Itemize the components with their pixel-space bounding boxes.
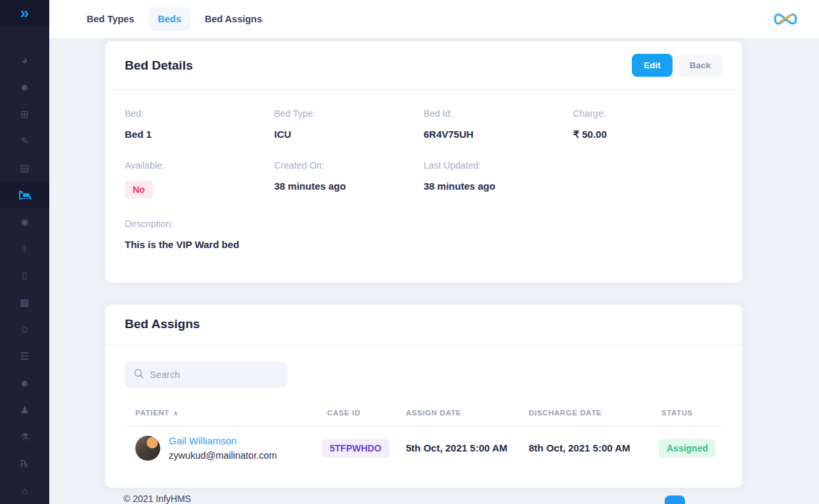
footer-copyright: © 2021 InfyHMS: [105, 488, 742, 504]
bed-assigns-body: PATIENT∧ CASE ID ASSIGN DATE DISCHARGE D…: [105, 345, 742, 469]
field-value: 38 minutes ago: [275, 180, 424, 192]
field-value: 38 minutes ago: [424, 180, 573, 192]
sidebar-item-accountants[interactable]: ☺: [0, 316, 49, 343]
bed-assigns-card: Bed Assigns PATIENT∧ CASE ID ASSIGN DAT: [105, 304, 742, 488]
patient-name-link[interactable]: Gail Williamson: [169, 435, 277, 446]
search-input[interactable]: [150, 369, 278, 380]
status-cell: Assigned: [651, 439, 726, 457]
bed-details-card: Bed Details Edit Back Bed: Bed 1 Bed Typ…: [105, 41, 742, 283]
search-box: [125, 362, 288, 388]
users-icon: ☻: [20, 82, 30, 92]
search-icon: [134, 369, 144, 381]
sidebar-item-prescriptions[interactable]: ℞: [0, 450, 49, 477]
sidebar-item-inventory[interactable]: ▦: [0, 289, 49, 316]
assign-date-cell: 5th Oct, 2021 5:00 AM: [395, 442, 518, 453]
field-label: Last Updated:: [424, 160, 573, 171]
column-header-patient[interactable]: PATIENT∧: [125, 400, 317, 426]
case-id-badge: 5TFPWHDO: [322, 439, 389, 457]
field-value: 6R4V75UH: [424, 129, 573, 140]
back-button[interactable]: Back: [678, 54, 722, 77]
infinity-logo: [770, 11, 801, 27]
sidebar-item-users[interactable]: ☻: [0, 369, 49, 396]
field-bed: Bed: Bed 1: [125, 108, 275, 140]
discharge-date-cell: 8th Oct, 2021 5:00 AM: [518, 442, 651, 453]
sidebar-item-dashboard[interactable]: ◕: [0, 47, 49, 74]
document-icon: ▯: [22, 270, 27, 280]
field-charge: Charge: ₹ 50.00: [573, 108, 723, 140]
bed-assigns-table: PATIENT∧ CASE ID ASSIGN DATE DISCHARGE D…: [125, 400, 722, 469]
column-header-case-id[interactable]: CASE ID: [317, 400, 395, 426]
field-description: Description: This is the VIP Ward bed: [125, 219, 424, 250]
table-header-row: PATIENT∧ CASE ID ASSIGN DATE DISCHARGE D…: [125, 400, 722, 427]
case-id-cell: 5TFPWHDO: [317, 439, 395, 457]
section-title: Bed Assigns: [125, 317, 200, 331]
sidebar-item-patients[interactable]: ☻: [0, 74, 49, 100]
field-empty: [573, 160, 723, 199]
accountant-icon: ☺: [20, 324, 30, 334]
bed-icon: [18, 190, 32, 200]
sidebar-item-reports[interactable]: ☰: [0, 343, 49, 369]
field-label: Bed Id:: [424, 108, 573, 119]
tab-bed-types[interactable]: Bed Types: [77, 7, 143, 31]
sidebar: » ◕ ☻ ⊞ ✎ ▤ ◉ ⚕ ▯ ▦ ☺ ☰ ☻ ♟ ⚗ ℞ ⌂: [0, 0, 49, 504]
patient-avatar: [135, 436, 160, 461]
sidebar-item-beds[interactable]: [0, 181, 49, 208]
bed-assigns-header: Bed Assigns: [105, 304, 742, 345]
field-value: ₹ 50.00: [573, 129, 723, 140]
prescription-icon: ℞: [20, 459, 29, 469]
sidebar-item-hospital[interactable]: ⌂: [0, 477, 49, 504]
sidebar-item-billing[interactable]: ▤: [0, 154, 49, 181]
field-label: Bed Type:: [275, 108, 424, 119]
user-icon: ☻: [20, 378, 30, 388]
header-actions: Edit Back: [632, 54, 722, 77]
field-label: Created On:: [275, 160, 424, 171]
app-root: » ◕ ☻ ⊞ ✎ ▤ ◉ ⚕ ▯ ▦ ☺ ☰ ☻ ♟ ⚗ ℞ ⌂: [0, 0, 819, 504]
sidebar-item-employees[interactable]: ♟: [0, 396, 49, 423]
scroll-top-button[interactable]: ↑: [665, 495, 685, 504]
field-value: ICU: [275, 129, 424, 140]
page-content: Bed Details Edit Back Bed: Bed 1 Bed Typ…: [49, 39, 819, 504]
building-icon: ⌂: [22, 486, 28, 495]
pie-chart-icon: ◕: [22, 55, 28, 65]
page-title: Bed Details: [125, 58, 192, 73]
sidebar-item-doctors[interactable]: ⚕: [0, 235, 49, 262]
sidebar-nav: ◕ ☻ ⊞ ✎ ▤ ◉ ⚕ ▯ ▦ ☺ ☰ ☻ ♟ ⚗ ℞ ⌂: [0, 26, 49, 504]
syringe-icon: ✎: [20, 136, 29, 146]
sort-asc-icon: ∧: [173, 410, 179, 417]
bed-details-grid: Bed: Bed 1 Bed Type: ICU Bed Id: 6R4V75U…: [105, 90, 742, 283]
inventory-icon: ▦: [20, 297, 29, 307]
bed-details-header: Bed Details Edit Back: [105, 41, 742, 90]
top-tabs: Bed Types Beds Bed Assigns: [77, 7, 271, 31]
field-label: Description:: [125, 219, 424, 229]
field-value: Bed 1: [125, 129, 275, 140]
sidebar-item-medical-kit[interactable]: ⊞: [0, 100, 49, 127]
tab-beds[interactable]: Beds: [148, 7, 190, 31]
patient-cell: Gail Williamson zywukud@mailinator.com: [125, 435, 317, 461]
table-row: Gail Williamson zywukud@mailinator.com 5…: [125, 427, 722, 469]
column-header-assign-date[interactable]: ASSIGN DATE: [395, 400, 518, 426]
field-label: Bed:: [125, 108, 275, 119]
sidebar-expand-icon[interactable]: »: [20, 5, 29, 21]
status-badge: Assigned: [659, 439, 716, 457]
sidebar-item-laboratory[interactable]: ⚗: [0, 423, 49, 450]
lab-icon: ⚗: [20, 432, 29, 442]
sidebar-item-documents[interactable]: ▯: [0, 262, 49, 289]
column-header-status[interactable]: STATUS: [651, 400, 722, 426]
field-label: Available:: [125, 160, 275, 171]
field-last-updated: Last Updated: 38 minutes ago: [424, 160, 573, 199]
sidebar-item-blood-bank[interactable]: ◉: [0, 208, 49, 235]
employee-icon: ♟: [20, 405, 29, 415]
sidebar-item-vaccination[interactable]: ✎: [0, 127, 49, 154]
field-available: Available: No: [125, 160, 275, 199]
top-navbar: Bed Types Beds Bed Assigns: [49, 0, 819, 39]
field-bed-id: Bed Id: 6R4V75UH: [424, 108, 573, 140]
column-header-discharge-date[interactable]: DISCHARGE DATE: [518, 400, 651, 426]
blood-drop-icon: ◉: [20, 217, 29, 226]
tab-bed-assigns[interactable]: Bed Assigns: [196, 7, 271, 31]
medical-kit-icon: ⊞: [20, 109, 29, 119]
field-value: This is the VIP Ward bed: [125, 239, 424, 250]
edit-button[interactable]: Edit: [632, 54, 673, 77]
doctor-icon: ⚕: [22, 243, 27, 253]
field-label: Charge:: [573, 108, 723, 119]
field-created-on: Created On: 38 minutes ago: [275, 160, 424, 199]
